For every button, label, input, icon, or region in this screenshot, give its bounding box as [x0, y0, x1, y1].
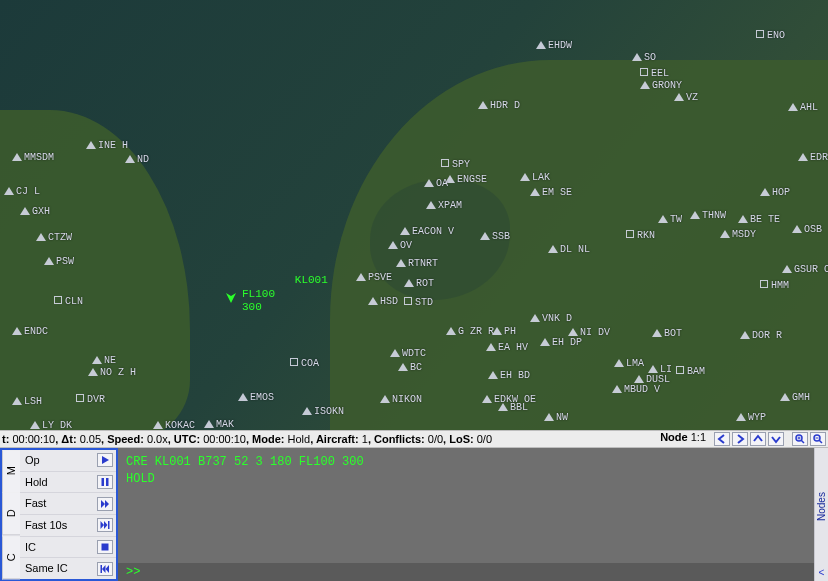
aircraft-icon	[224, 290, 238, 304]
ff-button[interactable]	[97, 497, 113, 511]
status-right: Node 1:1	[660, 432, 826, 446]
pause-button[interactable]	[97, 475, 113, 489]
ctrl-row-fast-10s: Fast 10s	[20, 514, 116, 536]
ctrl-row-fast: Fast	[20, 492, 116, 514]
aircraft-symbol[interactable]: KL001 FL100 300	[224, 262, 264, 345]
pan-left-button[interactable]	[714, 432, 730, 446]
svg-rect-11	[101, 565, 103, 573]
ctrl-label: Hold	[25, 477, 48, 488]
play-button[interactable]	[97, 453, 113, 467]
begin-button[interactable]	[97, 562, 113, 576]
svg-rect-8	[106, 478, 109, 486]
console-line-1: CRE KL001 B737 52 3 180 FL100 300	[126, 454, 806, 471]
pan-right-button[interactable]	[732, 432, 748, 446]
ctrl-row-ic: IC	[20, 536, 116, 558]
console-line-2: HOLD	[126, 471, 806, 488]
right-side-panel: Nodes <	[814, 448, 828, 581]
ctrl-label: Fast	[25, 498, 46, 509]
aircraft-label: KL001 FL100 300	[242, 260, 328, 315]
ctrl-row-op: Op	[20, 450, 116, 471]
control-panel: M D C OpHoldFastFast 10sICSame IC	[0, 448, 118, 581]
command-console: CRE KL001 B737 52 3 180 FL100 300 HOLD	[118, 448, 814, 581]
status-text: t: 00:00:10, Δt: 0.05, Speed: 0.0x, UTC:…	[2, 434, 492, 445]
control-vtabs: M D C	[2, 450, 20, 579]
bottom-panel: M D C OpHoldFastFast 10sICSame IC CRE KL…	[0, 448, 828, 581]
zoom-in-button[interactable]	[792, 432, 808, 446]
nav-sep	[786, 432, 790, 446]
vtab-d[interactable]: D	[2, 492, 20, 535]
terrain-layer	[0, 0, 828, 430]
pan-up-button[interactable]	[750, 432, 766, 446]
ctrl-row-hold: Hold	[20, 471, 116, 493]
vtab-m[interactable]: M	[2, 450, 20, 492]
ctrl-label: Fast 10s	[25, 520, 67, 531]
svg-rect-9	[108, 521, 110, 529]
vtab-c[interactable]: C	[2, 536, 20, 579]
ctrl-label: IC	[25, 542, 36, 553]
status-bar: t: 00:00:10, Δt: 0.05, Speed: 0.0x, UTC:…	[0, 430, 828, 448]
svg-line-5	[819, 440, 822, 443]
collapse-chevron-icon[interactable]: <	[819, 565, 825, 581]
ctrl-row-same-ic: Same IC	[20, 557, 116, 579]
ctrl-label: Same IC	[25, 563, 68, 574]
svg-rect-7	[102, 478, 105, 486]
stop-button[interactable]	[97, 540, 113, 554]
ffend-button[interactable]	[97, 518, 113, 532]
pan-down-button[interactable]	[768, 432, 784, 446]
nodes-tab[interactable]: Nodes	[817, 448, 827, 565]
svg-line-1	[801, 440, 804, 443]
radar-map[interactable]: KL001 FL100 300 EHDWSOENOEELGRONYVZAHLHD…	[0, 0, 828, 430]
zoom-out-button[interactable]	[810, 432, 826, 446]
svg-rect-10	[102, 544, 109, 551]
ctrl-label: Op	[25, 455, 40, 466]
command-input[interactable]	[118, 563, 814, 581]
